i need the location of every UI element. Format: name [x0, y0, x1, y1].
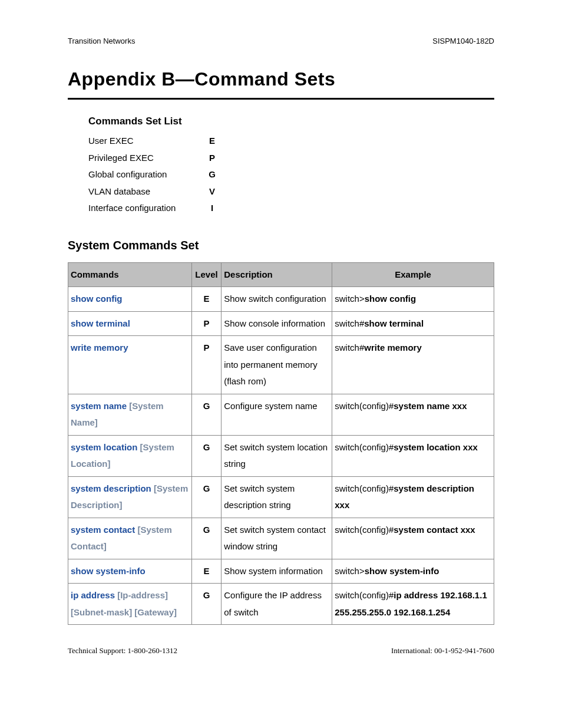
- cell-command: show config: [68, 287, 192, 312]
- col-header-level: Level: [191, 262, 222, 287]
- table-row: system description [System Description]G…: [68, 476, 494, 518]
- col-header-example: Example: [332, 262, 494, 287]
- example-command: show terminal: [364, 318, 424, 328]
- cell-description: Show switch configuration: [222, 287, 332, 312]
- cell-description: Configure system name: [222, 394, 332, 435]
- system-commands-heading: System Commands Set: [68, 236, 494, 254]
- cell-level: G: [191, 476, 222, 518]
- set-list-code: I: [206, 202, 218, 215]
- set-list-row: Privileged EXECP: [88, 151, 494, 165]
- cell-example: switch(config)#ip address 192.168.1.1 25…: [332, 584, 494, 625]
- example-prefix: switch(config)#: [335, 525, 394, 535]
- set-list-name: User EXEC: [88, 134, 206, 148]
- header-left: Transition Networks: [68, 35, 135, 47]
- cell-command: show system-info: [68, 559, 192, 584]
- example-prefix: switch#: [335, 342, 364, 353]
- table-row: system name [System Name]GConfigure syst…: [68, 394, 494, 435]
- example-prefix: switch(config)#: [335, 483, 394, 493]
- page-footer: Technical Support: 1-800-260-1312 Intern…: [68, 645, 494, 657]
- command-name: system description: [71, 483, 151, 493]
- col-header-description: Description: [222, 262, 332, 287]
- cell-level: G: [191, 518, 222, 559]
- cell-example: switch(config)#system location xxx: [332, 435, 494, 476]
- header-right: SISPM1040-182D: [432, 35, 494, 47]
- cell-command: system name [System Name]: [68, 394, 192, 435]
- example-prefix: switch>: [335, 294, 364, 304]
- col-header-commands: Commands: [68, 262, 192, 287]
- table-row: show terminalPShow console informationsw…: [68, 311, 494, 336]
- command-name: system name: [71, 401, 127, 411]
- example-command: system name xxx: [394, 401, 467, 411]
- set-list-code: V: [206, 185, 218, 199]
- cell-example: switch#show terminal: [332, 311, 494, 336]
- cell-level: G: [191, 394, 222, 435]
- cell-example: switch(config)#system name xxx: [332, 394, 494, 435]
- set-list-code: G: [206, 168, 218, 182]
- cell-example: switch>show system-info: [332, 559, 494, 584]
- table-header-row: Commands Level Description Example: [68, 262, 494, 287]
- table-row: show system-infoEShow system information…: [68, 559, 494, 584]
- set-list-name: Global configuration: [88, 168, 206, 182]
- command-name: show config: [71, 294, 123, 304]
- cell-command: show terminal: [68, 311, 192, 336]
- command-name: show terminal: [71, 318, 130, 328]
- example-prefix: switch(config)#: [335, 590, 394, 600]
- footer-right: International: 00-1-952-941-7600: [391, 645, 494, 657]
- cell-description: Set switch system location string: [222, 435, 332, 476]
- page-header: Transition Networks SISPM1040-182D: [68, 35, 494, 47]
- cell-example: switch#write memory: [332, 336, 494, 394]
- cell-example: switch>show config: [332, 287, 494, 312]
- cell-description: Show console information: [222, 311, 332, 336]
- example-prefix: switch#: [335, 318, 364, 328]
- table-row: ip address [Ip-address] [Subnet-mask] [G…: [68, 584, 494, 625]
- cell-description: Save user configuration into permanent m…: [222, 336, 332, 394]
- commands-set-list-heading: Commands Set List: [88, 114, 494, 129]
- example-command: write memory: [364, 342, 422, 353]
- commands-set-list-block: Commands Set List User EXECEPrivileged E…: [88, 114, 494, 215]
- footer-left: Technical Support: 1-800-260-1312: [68, 645, 177, 657]
- title-rule: [68, 98, 494, 100]
- table-row: show configEShow switch configurationswi…: [68, 287, 494, 312]
- command-name: system contact: [71, 525, 135, 535]
- example-prefix: switch(config)#: [335, 401, 394, 411]
- table-row: system contact [System Contact]GSet swit…: [68, 518, 494, 559]
- cell-level: P: [191, 336, 222, 394]
- table-row: system location [System Location]GSet sw…: [68, 435, 494, 476]
- cell-level: G: [191, 435, 222, 476]
- set-list-row: User EXECE: [88, 134, 494, 148]
- cell-level: P: [191, 311, 222, 336]
- set-list-code: E: [206, 134, 218, 148]
- command-name: show system-info: [71, 566, 146, 576]
- command-name: system location: [71, 442, 137, 452]
- set-list-name: VLAN database: [88, 185, 206, 199]
- set-list-row: VLAN databaseV: [88, 185, 494, 199]
- set-list-name: Interface configuration: [88, 202, 206, 215]
- system-commands-table: Commands Level Description Example show …: [68, 262, 494, 625]
- set-list-row: Interface configurationI: [88, 202, 494, 215]
- set-list-row: Global configurationG: [88, 168, 494, 182]
- example-command: show config: [365, 294, 416, 304]
- cell-example: switch(config)#system contact xxx: [332, 518, 494, 559]
- example-command: system contact xxx: [394, 525, 475, 535]
- example-command: show system-info: [365, 566, 439, 576]
- cell-level: E: [191, 287, 222, 312]
- cell-level: E: [191, 559, 222, 584]
- example-prefix: switch>: [335, 566, 364, 576]
- cell-command: write memory: [68, 336, 192, 394]
- cell-description: Set switch system contact window string: [222, 518, 332, 559]
- command-name: write memory: [71, 342, 128, 353]
- table-row: write memoryPSave user configuration int…: [68, 336, 494, 394]
- cell-command: system description [System Description]: [68, 476, 192, 518]
- set-list-code: P: [206, 151, 218, 165]
- cell-level: G: [191, 584, 222, 625]
- cell-command: ip address [Ip-address] [Subnet-mask] [G…: [68, 584, 192, 625]
- cell-command: system location [System Location]: [68, 435, 192, 476]
- set-list-name: Privileged EXEC: [88, 151, 206, 165]
- page-title: Appendix B—Command Sets: [68, 65, 494, 93]
- cell-description: Configure the IP address of switch: [222, 584, 332, 625]
- example-command: system location xxx: [394, 442, 478, 452]
- cell-description: Show system information: [222, 559, 332, 584]
- cell-description: Set switch system description string: [222, 476, 332, 518]
- example-prefix: switch(config)#: [335, 442, 394, 452]
- commands-set-list: User EXECEPrivileged EXECPGlobal configu…: [88, 134, 494, 215]
